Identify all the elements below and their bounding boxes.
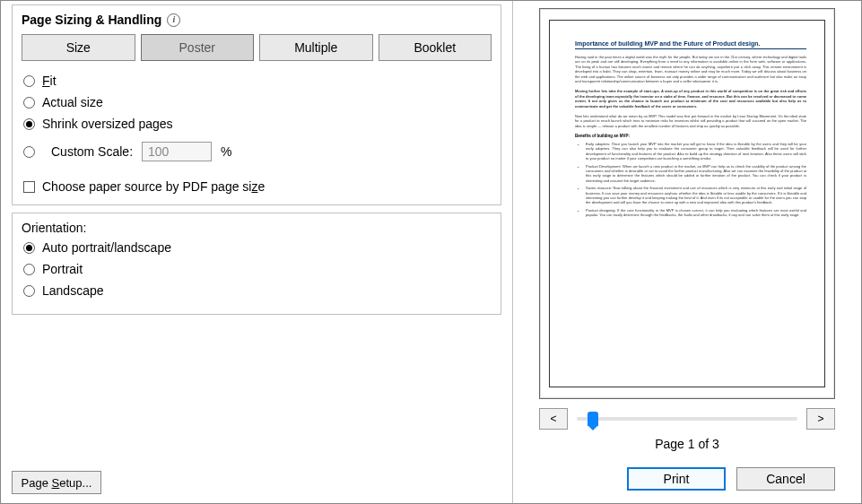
print-preview: Importance of building MVP and the Futur… xyxy=(539,8,835,399)
print-button[interactable]: Print xyxy=(627,467,726,491)
prev-page-button[interactable]: < xyxy=(539,408,568,430)
radio-icon xyxy=(23,75,35,87)
radio-icon xyxy=(23,146,35,158)
segment-poster[interactable]: Poster xyxy=(141,34,255,61)
choose-paper-source-checkbox[interactable]: Choose paper source by PDF page size xyxy=(23,179,492,194)
checkbox-icon xyxy=(23,181,35,193)
radio-portrait-label: Portrait xyxy=(42,262,83,276)
doc-list-item: Saves resource: Now talking about the fi… xyxy=(586,186,806,205)
orientation-label: Orientation: xyxy=(22,221,492,235)
doc-paragraph: Moving further lets take the example of … xyxy=(575,89,806,109)
radio-auto-label: Auto portrait/landscape xyxy=(42,240,171,255)
right-panel: Importance of building MVP and the Futur… xyxy=(512,1,861,503)
doc-paragraph: Now lets understand what do we mean by a… xyxy=(575,114,806,128)
radio-icon xyxy=(23,242,35,254)
choose-paper-source-label: Choose paper source by PDF page size xyxy=(42,179,265,194)
left-panel: Page Sizing & Handling i Size Poster Mul… xyxy=(1,1,512,503)
radio-icon xyxy=(23,264,35,275)
radio-actual-label: Actual size xyxy=(42,95,103,109)
doc-list: Early adopters: Once you launch your MVP… xyxy=(586,142,806,217)
radio-icon xyxy=(23,285,35,297)
radio-landscape-label: Landscape xyxy=(42,283,104,298)
page-setup-button[interactable]: Page Setup... xyxy=(12,471,101,494)
cancel-button[interactable]: Cancel xyxy=(736,467,835,491)
next-page-button[interactable]: > xyxy=(806,408,835,430)
radio-portrait[interactable]: Portrait xyxy=(23,262,492,276)
radio-auto-orientation[interactable]: Auto portrait/landscape xyxy=(23,240,492,255)
section-title-text: Page Sizing & Handling xyxy=(22,13,161,27)
orientation-section: Orientation: Auto portrait/landscape Por… xyxy=(12,213,501,315)
radio-icon xyxy=(23,118,35,130)
radio-shrink-label: Shrink oversized pages xyxy=(42,117,173,131)
document-page: Importance of building MVP and the Futur… xyxy=(549,20,825,387)
segment-booklet[interactable]: Booklet xyxy=(379,34,492,61)
radio-shrink-oversized[interactable]: Shrink oversized pages xyxy=(23,117,492,131)
radio-fit-label: Fit xyxy=(42,74,57,88)
radio-icon xyxy=(23,97,35,109)
doc-title: Importance of building MVP and the Futur… xyxy=(575,40,806,49)
radio-fit[interactable]: Fit xyxy=(23,74,492,88)
page-slider[interactable] xyxy=(577,417,797,421)
doc-list-item: Product Development: When we launch a ne… xyxy=(586,164,806,184)
doc-subheading: Benefits of building an MVP: xyxy=(575,134,806,138)
page-setup-label: Page Setup... xyxy=(22,476,92,490)
doc-list-item: Early adopters: Once you launch your MVP… xyxy=(586,142,806,161)
segment-size[interactable]: Size xyxy=(22,34,135,61)
scale-unit: % xyxy=(221,144,231,159)
radio-actual-size[interactable]: Actual size xyxy=(23,95,492,109)
radio-landscape[interactable]: Landscape xyxy=(23,283,492,298)
slider-thumb[interactable] xyxy=(588,412,598,426)
section-title-row: Page Sizing & Handling i xyxy=(22,13,180,27)
doc-list-item: Product designing: If the core functiona… xyxy=(586,208,806,218)
segmented-control: Size Poster Multiple Booklet xyxy=(22,34,492,61)
page-sizing-section: Page Sizing & Handling i Size Poster Mul… xyxy=(12,4,501,205)
custom-scale-input[interactable] xyxy=(142,142,212,161)
radio-custom-label: Custom Scale: xyxy=(51,144,133,159)
doc-paragraph: Having said in the past times a digital … xyxy=(575,55,806,83)
info-icon[interactable]: i xyxy=(167,13,180,27)
action-buttons: Print Cancel xyxy=(539,467,835,491)
page-slider-row: < > xyxy=(539,408,835,430)
radio-custom-scale[interactable]: Custom Scale: % xyxy=(23,142,232,161)
segment-multiple[interactable]: Multiple xyxy=(259,34,373,61)
page-indicator: Page 1 of 3 xyxy=(655,437,719,451)
